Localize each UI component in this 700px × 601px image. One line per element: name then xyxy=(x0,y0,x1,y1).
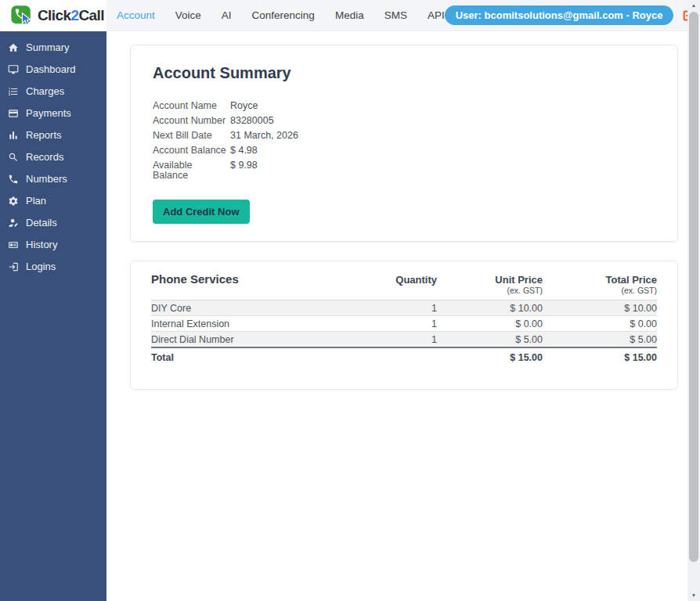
service-name: Internal Extension xyxy=(151,316,343,332)
field-value: 83280005 xyxy=(230,116,274,126)
phone-services-card: Phone Services Quantity Unit Price(ex. G… xyxy=(130,261,678,390)
gst-note: (ex. GST) xyxy=(543,286,657,296)
id-card-icon xyxy=(8,239,19,250)
total-label: Total xyxy=(151,347,343,365)
monitor-icon xyxy=(8,64,19,75)
account-summary-card: Account Summary Account Name Royce Accou… xyxy=(130,45,678,242)
service-quantity: 1 xyxy=(343,316,437,332)
gear-icon xyxy=(8,196,19,207)
field-value: $ 9.98 xyxy=(230,160,258,181)
service-name: Direct Dial Number xyxy=(151,332,343,348)
sidebar-item-dashboard[interactable]: Dashboard xyxy=(0,59,106,81)
service-total-price: $ 0.00 xyxy=(543,316,657,332)
phone-services-table: Phone Services Quantity Unit Price(ex. G… xyxy=(151,272,657,365)
column-quantity: Quantity xyxy=(343,274,437,286)
field-label: Account Name xyxy=(153,101,230,111)
phone-icon xyxy=(8,174,19,185)
service-name: DIY Core xyxy=(151,300,343,316)
field-label: Available Balance xyxy=(153,160,230,181)
nav-item-api[interactable]: API xyxy=(428,9,445,21)
nav-item-media[interactable]: Media xyxy=(335,9,364,21)
sidebar-item-records[interactable]: Records xyxy=(0,146,106,168)
column-total-price: Total Price xyxy=(543,274,657,286)
next-bill-date-row: Next Bill Date 31 March, 2026 xyxy=(153,131,655,141)
nav-item-account[interactable]: Account xyxy=(117,9,155,21)
user-pill[interactable]: User: bcomitsolutions@gmail.com - Royce xyxy=(445,5,674,25)
field-value: Royce xyxy=(230,101,258,111)
click2call-logo-icon xyxy=(10,4,34,27)
sidebar-item-details[interactable]: Details xyxy=(0,212,106,234)
app-logo-text: Click2Call xyxy=(38,7,104,24)
account-balance-row: Account Balance $ 4.98 xyxy=(153,146,655,156)
available-balance-row: Available Balance $ 9.98 xyxy=(153,160,655,181)
bar-chart-icon xyxy=(8,130,19,141)
total-total-price: $ 15.00 xyxy=(543,347,657,365)
credit-card-icon xyxy=(8,108,19,119)
add-credit-button[interactable]: Add Credit Now xyxy=(153,200,250,224)
scroll-up-arrow[interactable]: ▲ xyxy=(687,0,700,11)
service-unit-price: $ 0.00 xyxy=(437,316,543,332)
app-logo[interactable]: Click2Call xyxy=(0,0,106,31)
service-total-price: $ 5.00 xyxy=(543,332,657,348)
account-name-row: Account Name Royce xyxy=(153,101,655,111)
nav-item-ai[interactable]: AI xyxy=(222,9,232,21)
sidebar-item-history[interactable]: History xyxy=(0,234,106,256)
table-row: DIY Core 1 $ 10.00 $ 10.00 xyxy=(151,300,657,316)
field-label: Next Bill Date xyxy=(153,131,230,141)
top-header: Click2Call Account Voice AI Conferencing… xyxy=(0,0,700,31)
total-unit-price: $ 15.00 xyxy=(437,347,543,365)
phone-services-title: Phone Services xyxy=(151,272,343,286)
field-label: Account Number xyxy=(153,116,230,126)
login-icon xyxy=(8,261,19,272)
service-unit-price: $ 10.00 xyxy=(437,300,543,316)
field-value: $ 4.98 xyxy=(230,146,258,156)
nav-item-conferencing[interactable]: Conferencing xyxy=(252,9,315,21)
main-content: Account Summary Account Name Royce Accou… xyxy=(106,31,700,601)
column-unit-price: Unit Price xyxy=(437,274,543,286)
vertical-scrollbar[interactable]: ▲ ▼ xyxy=(687,0,700,601)
service-quantity: 1 xyxy=(343,300,437,316)
sidebar-item-logins[interactable]: Logins xyxy=(0,256,106,278)
account-number-row: Account Number 83280005 xyxy=(153,116,655,126)
sidebar-item-summary[interactable]: Summary xyxy=(0,37,106,59)
sidebar: Summary Dashboard Charges Payments Repor… xyxy=(0,31,106,601)
sidebar-item-charges[interactable]: Charges xyxy=(0,81,106,103)
user-edit-icon xyxy=(8,218,19,229)
table-total-row: Total $ 15.00 $ 15.00 xyxy=(151,347,657,365)
search-icon xyxy=(8,152,19,163)
service-unit-price: $ 5.00 xyxy=(437,332,543,348)
nav-item-sms[interactable]: SMS xyxy=(384,9,407,21)
field-label: Account Balance xyxy=(153,146,230,156)
gst-note: (ex. GST) xyxy=(437,286,543,296)
table-row: Internal Extension 1 $ 0.00 $ 0.00 xyxy=(151,316,657,332)
sidebar-item-payments[interactable]: Payments xyxy=(0,103,106,124)
service-total-price: $ 10.00 xyxy=(543,300,657,316)
sidebar-item-numbers[interactable]: Numbers xyxy=(0,168,106,190)
table-header-row: Phone Services Quantity Unit Price(ex. G… xyxy=(151,272,657,300)
sidebar-item-reports[interactable]: Reports xyxy=(0,124,106,146)
field-value: 31 March, 2026 xyxy=(230,131,298,141)
scrollbar-thumb[interactable] xyxy=(689,12,698,562)
header-right: User: bcomitsolutions@gmail.com - Royce xyxy=(445,5,700,25)
primary-nav: Account Voice AI Conferencing Media SMS … xyxy=(117,9,445,21)
table-row: Direct Dial Number 1 $ 5.00 $ 5.00 xyxy=(151,332,657,348)
nav-item-voice[interactable]: Voice xyxy=(175,9,201,21)
home-icon xyxy=(8,42,19,53)
service-quantity: 1 xyxy=(343,332,437,348)
account-summary-title: Account Summary xyxy=(153,64,655,82)
sidebar-item-plan[interactable]: Plan xyxy=(0,190,106,212)
scroll-down-arrow[interactable]: ▼ xyxy=(687,590,700,601)
numbered-list-icon xyxy=(8,86,19,97)
